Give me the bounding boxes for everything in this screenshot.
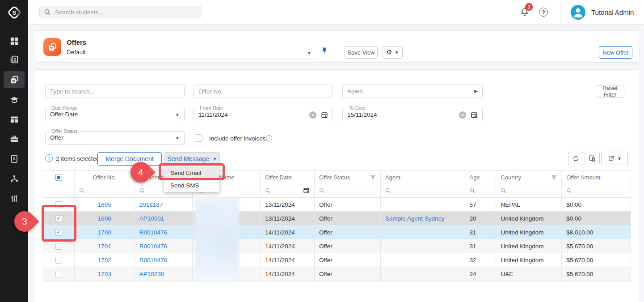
- column-header-offer-status[interactable]: Offer Status: [315, 171, 381, 184]
- cell-student-no[interactable]: R0010476: [135, 239, 193, 253]
- table-row[interactable]: 1703 AP10230 14/11/2024 Offer 24 UAE $5,…: [43, 267, 631, 281]
- column-header-age[interactable]: Age: [465, 171, 497, 184]
- column-label: Offer Status: [319, 174, 350, 181]
- calendar-icon[interactable]: [321, 111, 328, 120]
- avatar[interactable]: [571, 5, 585, 20]
- filter-cell-agent[interactable]: [381, 184, 465, 197]
- sidebar-item-invoices[interactable]: $: [4, 150, 25, 167]
- cell-student-no[interactable]: 2018187: [135, 198, 193, 211]
- chevron-down-icon: ▼: [307, 51, 311, 55]
- calendar-icon[interactable]: [471, 111, 478, 120]
- search-icon: [470, 188, 476, 194]
- column-header-country[interactable]: Country: [496, 171, 562, 184]
- cell-student-no[interactable]: AP10230: [135, 267, 193, 281]
- cell-offer-no[interactable]: 1703: [75, 267, 135, 281]
- include-invoices-checkbox[interactable]: [195, 134, 202, 142]
- selection-info-icon: !: [45, 154, 53, 162]
- sidebar-item-settings[interactable]: [4, 190, 25, 207]
- row-checkbox[interactable]: [55, 257, 62, 264]
- to-date-field: To Date ✕: [342, 108, 483, 121]
- agent-filter-placeholder: Agent: [347, 88, 363, 94]
- cell-agent[interactable]: Sample Agent Sydney: [381, 212, 465, 225]
- sidebar-item-layout[interactable]: [4, 111, 25, 128]
- to-date-label: To Date: [347, 105, 367, 111]
- cell-student-no[interactable]: R0010476: [135, 225, 193, 239]
- column-header-agent[interactable]: Agent: [381, 171, 465, 184]
- user-name[interactable]: Tutorial Admin: [591, 0, 634, 25]
- export-button[interactable]: ▼: [601, 152, 628, 165]
- new-offer-button[interactable]: New Offer: [599, 46, 632, 59]
- refresh-button[interactable]: [568, 152, 583, 165]
- cell-offer-no[interactable]: 1695: [75, 198, 135, 211]
- menu-item-send-sms[interactable]: Send SMS: [164, 179, 219, 191]
- sidebar-item-offers[interactable]: [4, 71, 25, 88]
- cell-offer-no[interactable]: 1700: [75, 225, 135, 239]
- filter-cell-offer-amount[interactable]: [562, 184, 631, 197]
- row-select-cell: [43, 253, 75, 267]
- column-header-offer-no[interactable]: Offer No.: [75, 171, 135, 184]
- clear-icon[interactable]: ✕: [459, 111, 466, 119]
- column-header-offer-date[interactable]: Offer Date: [261, 171, 315, 184]
- courses-icon: [9, 95, 19, 105]
- agent-filter[interactable]: Agent ▶: [342, 85, 483, 98]
- save-view-button[interactable]: Save View: [345, 46, 378, 59]
- cell-country: NEPAL: [496, 198, 562, 211]
- cell-offer-no[interactable]: 1702: [75, 253, 135, 267]
- filter-icon[interactable]: [551, 175, 557, 180]
- cell-student-no[interactable]: AP10501: [135, 212, 193, 225]
- offer-status-value: Offer: [50, 134, 63, 141]
- help-button[interactable]: ?: [539, 8, 548, 17]
- filter-cell-age[interactable]: [465, 184, 497, 197]
- sidebar-item-dashboard[interactable]: [4, 33, 25, 50]
- cell-agent[interactable]: [381, 225, 465, 239]
- reset-filter-button[interactable]: Reset Filter: [596, 85, 624, 98]
- annotation-rect-send-email: [159, 163, 225, 180]
- cell-offer-amount: $5,670.00: [562, 253, 631, 267]
- select-all-checkbox[interactable]: [55, 174, 62, 181]
- cell-agent[interactable]: [381, 253, 465, 267]
- app-logo[interactable]: S: [5, 4, 23, 21]
- students-icon: [9, 55, 19, 64]
- view-header-card: Offers Default ▼ Save View ⚙▼ New Offer: [35, 30, 640, 63]
- quick-search-input[interactable]: [46, 85, 184, 98]
- view-settings-button[interactable]: ⚙▼: [383, 46, 403, 59]
- clear-icon[interactable]: ✕: [309, 111, 316, 119]
- cell-offer-no[interactable]: 1696: [75, 212, 135, 225]
- filter-cell-country[interactable]: [496, 184, 562, 197]
- sidebar-item-agents[interactable]: [4, 170, 25, 187]
- view-select-value: Default: [67, 49, 86, 55]
- merge-document-button[interactable]: Merge Document: [97, 152, 162, 166]
- search-input[interactable]: [55, 6, 196, 18]
- filter-cell-offer-status[interactable]: [315, 184, 381, 197]
- sidebar-item-jobs[interactable]: [4, 131, 25, 148]
- offer-no-input[interactable]: [194, 85, 333, 98]
- from-date-label: From Date: [198, 105, 225, 111]
- table-row[interactable]: 1701 R0010476 14/11/2024 Offer 31 United…: [43, 239, 631, 253]
- sidebar-item-students[interactable]: [4, 51, 25, 68]
- offer-status-select[interactable]: Offer Status Offer ▼: [45, 131, 185, 145]
- row-checkbox[interactable]: [55, 243, 62, 250]
- date-range-select[interactable]: Date Range Offer Date ▼: [45, 108, 185, 121]
- cell-agent[interactable]: [381, 198, 465, 211]
- column-header-offer-amount[interactable]: Offer Amount: [562, 171, 631, 184]
- table-row[interactable]: 1702 R0010478 14/11/2024 Offer 32 United…: [43, 253, 631, 267]
- cell-offer-no[interactable]: 1701: [75, 239, 135, 253]
- sidebar-item-courses[interactable]: [4, 91, 25, 108]
- filter-icon[interactable]: [370, 175, 376, 180]
- calendar-icon[interactable]: [303, 187, 310, 195]
- pin-view-button[interactable]: [320, 46, 329, 57]
- redacted-student-names: [195, 198, 239, 281]
- cell-agent[interactable]: [381, 239, 465, 253]
- cell-agent[interactable]: [381, 267, 465, 281]
- table-row[interactable]: 1700 R0010476 14/11/2024 Offer 31 United…: [43, 225, 631, 239]
- table-row[interactable]: 1695 2018187 13/11/2024 Offer 57 NEPAL $…: [43, 198, 631, 212]
- filter-cell-offer-no[interactable]: [75, 184, 135, 197]
- column-chooser-button[interactable]: [585, 152, 600, 165]
- filter-cell-offer-date[interactable]: [261, 184, 315, 197]
- cell-student-no[interactable]: R0010478: [135, 253, 193, 267]
- table-row[interactable]: 1696 AP10501 13/11/2024 Offer Sample Age…: [43, 212, 631, 225]
- cell-country: UAE: [496, 267, 562, 281]
- select-all-cell: [43, 171, 75, 184]
- row-checkbox[interactable]: [55, 271, 62, 277]
- view-select[interactable]: Default ▼: [65, 48, 313, 59]
